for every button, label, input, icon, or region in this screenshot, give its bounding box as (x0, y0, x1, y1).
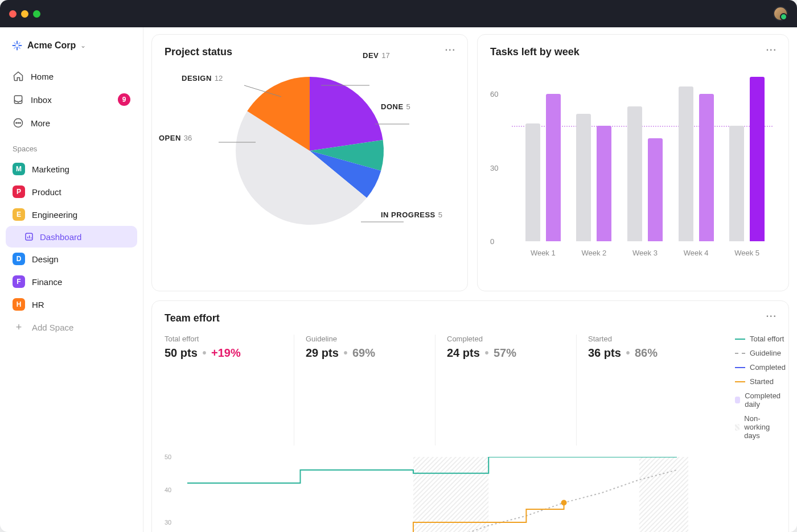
spaces-section-label: Spaces (6, 134, 137, 158)
inbox-badge: 9 (118, 93, 130, 106)
card-title-tasks-left: Tasks left by week (490, 46, 776, 58)
svg-point-10 (18, 122, 19, 123)
user-avatar[interactable] (773, 6, 788, 21)
bar (648, 138, 663, 241)
sidebar-space-finance[interactable]: FFinance (6, 270, 137, 293)
stat-completed: Completed 24 pts • 57% (447, 335, 577, 446)
sidebar-space-engineering[interactable]: EEngineering (6, 203, 137, 226)
minimize-window-button[interactable] (21, 10, 28, 18)
card-menu-button[interactable]: ··· (766, 311, 777, 321)
main-content: Project status ··· DEV17DONE5IN PROGRESS… (143, 27, 797, 532)
y-axis-tick: 40 (165, 486, 171, 493)
x-axis-labels: Week 1Week 2Week 3Week 4Week 5 (517, 249, 773, 257)
nav-inbox[interactable]: Inbox 9 (6, 88, 137, 112)
bar-group (729, 69, 765, 241)
space-icon: H (13, 298, 25, 311)
pie-label: DEV17 (363, 51, 390, 60)
svg-rect-21 (413, 457, 488, 532)
y-axis-tick: 50 (165, 453, 171, 460)
pie-chart: DEV17DONE5IN PROGRESS5OPEN36DESIGN12 (165, 74, 455, 228)
dashboard-icon (24, 232, 34, 242)
space-label: Product (32, 187, 61, 197)
bar (750, 77, 765, 241)
space-icon: E (13, 208, 25, 221)
bar-group (576, 69, 611, 241)
close-window-button[interactable] (9, 10, 17, 18)
space-icon: D (13, 253, 25, 265)
plus-icon: + (13, 321, 25, 333)
home-icon (13, 71, 24, 82)
inbox-icon (13, 94, 24, 105)
card-title-project-status: Project status (165, 46, 455, 58)
svg-point-24 (561, 500, 567, 506)
card-tasks-left: Tasks left by week ··· 03060Week 1Week 2… (477, 34, 789, 291)
maximize-window-button[interactable] (33, 10, 40, 18)
svg-line-7 (19, 43, 20, 44)
bar (576, 114, 591, 241)
nav-more-label: More (31, 118, 130, 128)
sidebar-space-design[interactable]: DDesign (6, 248, 137, 270)
svg-rect-22 (639, 457, 688, 532)
bar (597, 126, 611, 241)
stat-total-effort: Total effort 50 pts • +19% (165, 335, 294, 446)
team-effort-stats: Total effort 50 pts • +19% Guideline 29 … (165, 335, 776, 446)
sidebar-space-product[interactable]: PProduct (6, 180, 137, 203)
window-titlebar (0, 0, 797, 27)
stat-started: Started 36 pts • 86% (588, 335, 718, 446)
workspace-logo-icon (11, 40, 23, 51)
workspace-name: Acme Corp (27, 40, 76, 51)
space-label: Design (32, 254, 59, 264)
pie-label: DONE5 (381, 102, 410, 111)
card-menu-button[interactable]: ··· (445, 45, 456, 55)
card-title-team-effort: Team effort (165, 312, 776, 324)
card-team-effort: Team effort ··· Total effort 50 pts • +1… (151, 300, 789, 532)
svg-point-11 (20, 122, 21, 123)
bar-group (679, 69, 714, 241)
sidebar-space-marketing[interactable]: MMarketing (6, 158, 137, 180)
add-space-button[interactable]: + Add Space (6, 316, 137, 339)
bar (729, 126, 744, 241)
team-effort-legend: Total effort Guideline Completed Started… (729, 335, 786, 446)
sidebar-dashboard[interactable]: Dashboard (6, 226, 137, 248)
nav-more[interactable]: More (6, 112, 137, 134)
nav-inbox-label: Inbox (31, 95, 111, 105)
bar (525, 123, 540, 241)
window-controls (9, 10, 40, 18)
bar-group (525, 69, 561, 241)
add-space-label: Add Space (32, 323, 73, 332)
bar (627, 106, 642, 241)
dashboard-label: Dashboard (40, 232, 81, 242)
svg-point-9 (16, 122, 17, 123)
space-label: HR (32, 300, 44, 310)
nav-home-label: Home (31, 72, 130, 81)
chevron-down-icon: ⌄ (80, 42, 86, 50)
bar (679, 86, 693, 241)
card-project-status: Project status ··· DEV17DONE5IN PROGRESS… (151, 34, 468, 291)
sidebar-space-hr[interactable]: HHR (6, 293, 137, 316)
svg-line-6 (14, 47, 16, 49)
y-axis-tick: 30 (165, 519, 171, 526)
pie-label: DESIGN12 (182, 74, 223, 83)
sidebar: Acme Corp ⌄ Home Inbox 9 More Spaces MMa… (0, 27, 143, 532)
space-label: Finance (32, 277, 62, 287)
bar (546, 94, 561, 241)
space-label: Engineering (32, 210, 77, 220)
nav-home[interactable]: Home (6, 65, 137, 88)
workspace-switcher[interactable]: Acme Corp ⌄ (6, 36, 137, 55)
svg-line-5 (19, 47, 20, 49)
bar (699, 94, 714, 241)
pie-label: IN PROGRESS5 (381, 211, 442, 219)
line-chart: 20304050 (165, 457, 776, 532)
y-axis-tick: 60 (490, 90, 498, 98)
card-menu-button[interactable]: ··· (766, 45, 777, 55)
space-label: Marketing (32, 164, 69, 174)
stat-guideline: Guideline 29 pts • 69% (306, 335, 436, 446)
svg-line-4 (14, 43, 16, 44)
bar-group (627, 69, 663, 241)
more-icon (13, 117, 24, 129)
y-axis-tick: 0 (490, 237, 494, 246)
space-icon: F (13, 275, 25, 288)
space-icon: P (13, 185, 25, 198)
bar-chart: 03060Week 1Week 2Week 3Week 4Week 5 (490, 69, 776, 257)
y-axis-tick: 30 (490, 163, 498, 172)
